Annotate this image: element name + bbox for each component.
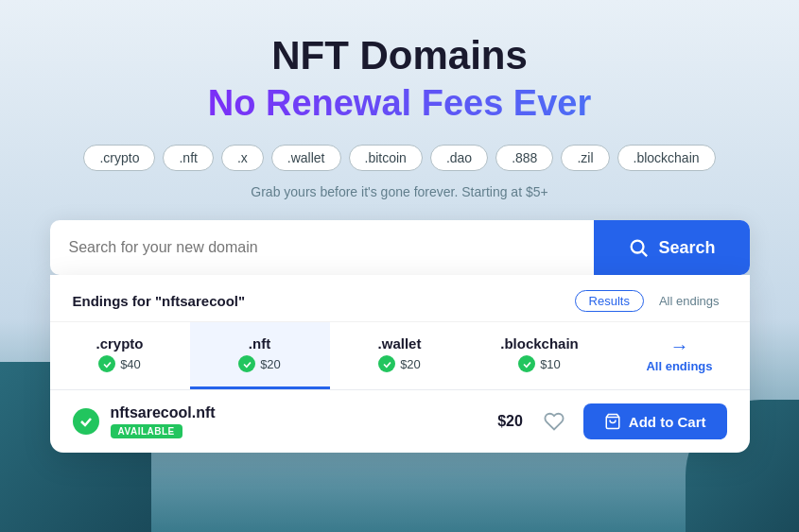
tld-pill[interactable]: .zil [561,145,609,171]
domain-price: $20 [497,413,523,430]
tld-tab[interactable]: .crypto$40 [50,322,190,389]
search-bar: Search [50,220,750,275]
search-icon [628,237,649,258]
tld-tab-name: All endings [646,359,712,373]
check-circle-icon [98,355,115,372]
wishlist-button[interactable] [544,411,565,432]
tld-tab-price: $20 [260,357,281,371]
tld-tab[interactable]: →All endings [610,322,750,389]
tld-tab[interactable]: .wallet$20 [330,322,470,389]
results-badge[interactable]: Results [575,290,644,312]
tld-pill[interactable]: .blockchain [617,145,716,171]
check-circle-icon [378,355,395,372]
page-subtitle: No Renewal Fees Ever [208,83,592,124]
all-endings-button[interactable]: All endings [651,291,727,311]
tld-tab-price: $20 [400,357,421,371]
tld-tab[interactable]: .nft$20 [190,322,330,389]
tagline-text: Grab yours before it's gone forever. Sta… [251,184,547,199]
tld-tabs-row: .crypto$40.nft$20.wallet$20.blockchain$1… [50,322,750,390]
tld-pill[interactable]: .dao [430,145,488,171]
tld-tab-check: $20 [378,355,421,372]
tld-tab-name: .crypto [96,335,143,352]
svg-point-0 [632,241,644,253]
search-button[interactable]: Search [594,220,749,275]
page-title: NFT Domains [271,34,528,77]
endings-for-label: Endings for "nftsarecool" [73,293,246,309]
cart-icon [604,413,621,430]
search-button-label: Search [658,238,715,258]
results-header: Endings for "nftsarecool" Results All en… [50,275,750,322]
tld-tab-check: $40 [98,355,141,372]
tld-tab-price: $40 [120,357,141,371]
tld-pill[interactable]: .nft [163,145,213,171]
tld-tab[interactable]: .blockchain$10 [470,322,610,389]
add-to-cart-button[interactable]: Add to Cart [583,403,727,439]
tld-pill[interactable]: .wallet [271,145,341,171]
tld-pill[interactable]: .888 [495,145,553,171]
domain-info: nftsarecool.nft AVAILABLE [111,404,487,438]
tld-pills-row: .crypto.nft.x.wallet.bitcoin.dao.888.zil… [83,145,715,171]
domain-result-row: nftsarecool.nft AVAILABLE $20 Add to Car [50,390,750,453]
add-to-cart-label: Add to Cart [629,414,706,430]
tld-tab-name: .wallet [378,335,422,352]
tld-tab-check: $20 [238,355,281,372]
heart-icon [544,411,565,432]
tld-pill[interactable]: .crypto [83,145,155,171]
check-circle-icon [238,355,255,372]
tld-tab-name: .blockchain [500,335,579,352]
domain-available-check [73,408,99,435]
tld-tab-check: $10 [518,355,561,372]
tld-tab-price: $10 [540,357,561,371]
svg-line-1 [643,251,648,256]
tld-pill[interactable]: .x [221,145,264,171]
arrow-icon: → [670,335,689,357]
available-badge: AVAILABLE [111,424,182,438]
results-controls: Results All endings [575,290,727,312]
tld-pill[interactable]: .bitcoin [349,145,423,171]
domain-name: nftsarecool.nft [111,404,487,421]
check-circle-icon [518,355,535,372]
results-panel: Endings for "nftsarecool" Results All en… [50,275,750,453]
tld-tab-name: .nft [249,335,270,352]
search-input[interactable] [50,220,595,275]
